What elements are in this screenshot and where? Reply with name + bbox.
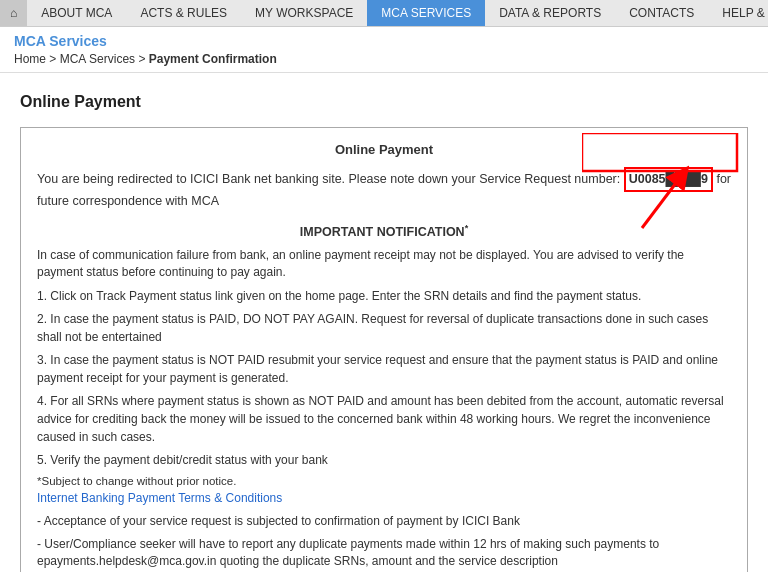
home-nav-item[interactable]: ⌂ bbox=[0, 0, 27, 26]
breadcrumb-title: MCA Services bbox=[14, 33, 754, 49]
step-5: 5. Verify the payment debit/credit statu… bbox=[37, 451, 731, 469]
nav-acts-rules[interactable]: ACTS & RULES bbox=[126, 0, 241, 26]
payment-box: Online Payment You are being redirected … bbox=[20, 127, 748, 572]
important-steps-list: 1. Click on Track Payment status link gi… bbox=[37, 287, 731, 469]
breadcrumb-path: Home > MCA Services > Payment Confirmati… bbox=[14, 52, 754, 66]
page-title: Online Payment bbox=[20, 93, 748, 111]
step-1: 1. Click on Track Payment status link gi… bbox=[37, 287, 731, 305]
top-navigation: ⌂ ABOUT MCA ACTS & RULES MY WORKSPACE MC… bbox=[0, 0, 768, 27]
step-2: 2. In case the payment status is PAID, D… bbox=[37, 310, 731, 346]
payment-redirect-text: You are being redirected to ICICI Bank n… bbox=[37, 167, 731, 211]
payment-box-title: Online Payment bbox=[37, 142, 731, 157]
footnote: *Subject to change without prior notice. bbox=[37, 475, 731, 487]
step-3: 3. In case the payment status is NOT PAI… bbox=[37, 351, 731, 387]
important-notification-title: IMPORTANT NOTIFICATION* bbox=[37, 223, 731, 239]
step-4: 4. For all SRNs where payment status is … bbox=[37, 392, 731, 446]
nav-my-workspace[interactable]: MY WORKSPACE bbox=[241, 0, 367, 26]
nav-help-faqs[interactable]: HELP & FAQS bbox=[708, 0, 768, 26]
home-icon: ⌂ bbox=[10, 6, 17, 20]
nav-data-reports[interactable]: DATA & REPORTS bbox=[485, 0, 615, 26]
nav-mca-services[interactable]: MCA SERVICES bbox=[367, 0, 485, 26]
srn-number: U0085████9 bbox=[624, 167, 713, 192]
nav-contacts[interactable]: CONTACTS bbox=[615, 0, 708, 26]
breadcrumb-bar: MCA Services Home > MCA Services > Payme… bbox=[0, 27, 768, 73]
term-2: - User/Compliance seeker will have to re… bbox=[37, 536, 731, 571]
main-content: Online Payment Online Payment You are be… bbox=[0, 73, 768, 572]
important-intro-text: In case of communication failure from ba… bbox=[37, 247, 731, 282]
terms-link[interactable]: Internet Banking Payment Terms & Conditi… bbox=[37, 491, 731, 505]
terms-list: - Acceptance of your service request is … bbox=[37, 513, 731, 572]
term-1: - Acceptance of your service request is … bbox=[37, 513, 731, 530]
nav-about-mca[interactable]: ABOUT MCA bbox=[27, 0, 126, 26]
